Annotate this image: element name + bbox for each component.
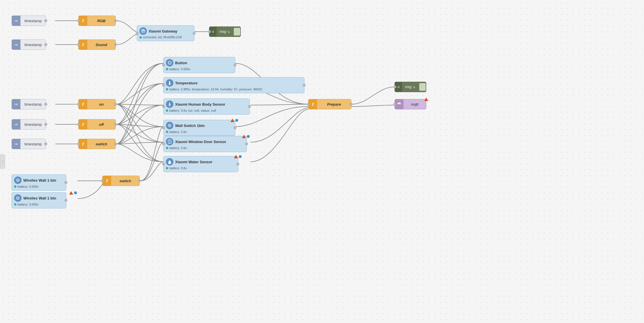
- timestamp-node-3[interactable]: ⇒ timestamp: [12, 99, 46, 109]
- port-right-off[interactable]: [114, 123, 117, 126]
- window-door-status-dot: [166, 147, 168, 149]
- port-left-off[interactable]: [77, 123, 80, 126]
- port-left-wall-switch[interactable]: [162, 126, 165, 129]
- port-left-msg2[interactable]: [393, 86, 396, 88]
- button-sensor-title: Button: [175, 61, 187, 65]
- port-left-switch2[interactable]: [101, 179, 104, 182]
- wireless-wall-2-status-dot: [14, 203, 16, 206]
- wireless-wall-1-title: Wirelles Wall 1 btn: [23, 178, 56, 183]
- port-right-window-door[interactable]: [245, 142, 248, 145]
- window-door-status-text: battery: 3.6v: [169, 146, 187, 150]
- timestamp-node-2[interactable]: ⇒ timestamp: [12, 39, 46, 50]
- temperature-status-dot: [166, 88, 168, 90]
- port-right-wireless-wall-1[interactable]: [65, 181, 67, 184]
- port-right-5[interactable]: [44, 142, 47, 145]
- warn-badge-window-door: [242, 135, 246, 138]
- temperature-title: Temperature: [175, 81, 198, 85]
- human-body-title: Xiaomi Human Body Sensor: [175, 102, 225, 107]
- port-right-human-body[interactable]: [248, 105, 251, 108]
- water-sensor-status-dot: [166, 167, 168, 169]
- sidebar-collapse-button[interactable]: ‹: [0, 154, 5, 169]
- port-left-button[interactable]: [162, 64, 165, 66]
- blue-badge-water: [239, 155, 242, 158]
- wireless-wall-1-node[interactable]: Wirelles Wall 1 btn battery: 3.055v: [12, 174, 66, 191]
- port-right-water[interactable]: [236, 163, 239, 166]
- off-function-node[interactable]: f off: [78, 119, 116, 130]
- msg1-debug-node[interactable]: ≡ msg ↘: [209, 26, 241, 37]
- wall-switch-title: Wall Switch 1btn: [175, 124, 205, 128]
- window-door-title: Xiaomi Window Door Sensor: [175, 140, 226, 144]
- port-left-prepare[interactable]: [307, 103, 310, 106]
- water-sensor-title: Xiaomi Water Sensor: [175, 160, 213, 164]
- port-left-sound[interactable]: [77, 43, 80, 46]
- switch2-function-node[interactable]: f switch: [102, 176, 140, 186]
- port-right-switch1[interactable]: [114, 142, 117, 145]
- window-door-sensor-node[interactable]: Xiaomi Window Door Sensor battery: 3.6v: [163, 136, 247, 152]
- port-left-msg1[interactable]: [208, 30, 211, 33]
- port-right-gateway[interactable]: [193, 32, 196, 35]
- port-right-wireless-wall-2[interactable]: [65, 199, 67, 202]
- on-label: on: [87, 102, 115, 107]
- button-sensor-node[interactable]: Button battery: 3.055v: [163, 57, 235, 73]
- port-left-rgb[interactable]: [77, 19, 80, 22]
- human-body-status-text: battery: 3.6v, lux: null, status: null: [169, 109, 216, 112]
- svg-point-2: [168, 61, 171, 64]
- port-right-2[interactable]: [44, 43, 47, 46]
- switch2-label: switch: [111, 179, 139, 183]
- wall-switch-status-dot: [166, 131, 168, 133]
- port-left-human-body[interactable]: [162, 105, 165, 108]
- human-body-sensor-node[interactable]: Xiaomi Human Body Sensor battery: 3.6v, …: [163, 98, 250, 115]
- port-left-window-door[interactable]: [162, 142, 165, 145]
- wall-switch-node[interactable]: Wall Switch 1btn battery: 3.6v: [163, 120, 235, 136]
- button-sensor-icon: [166, 59, 173, 66]
- sound-label: Sound: [87, 43, 115, 47]
- msg1-label: msg ↘: [217, 30, 233, 34]
- port-right-switch2[interactable]: [138, 179, 141, 182]
- xiaomi-gateway-node[interactable]: Xiaomi Gateway connected, sid: 34ce008c1…: [137, 25, 194, 41]
- port-right-prepare[interactable]: [350, 103, 353, 106]
- wireless-wall-2-icon: [14, 194, 22, 202]
- port-left-on[interactable]: [77, 103, 80, 106]
- port-right-1[interactable]: [44, 19, 47, 22]
- wireless-wall-1-status-dot: [14, 185, 16, 188]
- port-left-gateway[interactable]: [136, 32, 139, 35]
- timestamp-label-2: timestamp: [20, 43, 46, 47]
- port-right-sound[interactable]: [114, 43, 117, 46]
- wireless-wall-2-node[interactable]: Wirelles Wall 1 btn battery: 3.055v: [12, 192, 66, 208]
- port-right-rgb[interactable]: [114, 19, 117, 22]
- port-left-mqtt[interactable]: [393, 103, 396, 106]
- water-icon: [166, 158, 173, 166]
- mqtt-node[interactable]: mqtt: [395, 99, 426, 109]
- mqtt-label: mqtt: [404, 102, 426, 107]
- svg-line-10: [170, 105, 171, 106]
- msg2-label: msg ↘: [402, 85, 418, 89]
- rgb-function-node[interactable]: f RGB: [78, 16, 116, 26]
- sound-function-node[interactable]: f Sound: [78, 39, 116, 50]
- timestamp-icon-5: ⇒: [12, 139, 20, 149]
- timestamp-icon-1: ⇒: [12, 16, 20, 26]
- port-left-water[interactable]: [162, 163, 165, 166]
- warn-badge-wireless-wall-2: [69, 191, 73, 195]
- timestamp-node-4[interactable]: ⇒ timestamp: [12, 119, 46, 130]
- water-sensor-node[interactable]: Xiaomi Water Sensor battery: 3.6v: [163, 156, 238, 172]
- svg-point-1: [143, 31, 144, 32]
- msg2-toggle-btn[interactable]: [419, 83, 426, 91]
- mqtt-warn-badge: [424, 98, 428, 102]
- port-right-on[interactable]: [114, 103, 117, 106]
- switch1-function-node[interactable]: f switch: [78, 139, 116, 149]
- port-right-button[interactable]: [234, 64, 236, 66]
- timestamp-node-1[interactable]: ⇒ timestamp: [12, 16, 46, 26]
- port-left-temperature[interactable]: [162, 84, 165, 87]
- prepare-function-node[interactable]: f Prepare: [308, 99, 351, 109]
- temperature-sensor-node[interactable]: Temperature battery: 2.885v, temperature…: [163, 77, 304, 93]
- msg1-toggle-btn[interactable]: [234, 28, 240, 36]
- port-right-wall-switch[interactable]: [234, 126, 236, 129]
- on-function-node[interactable]: f on: [78, 99, 116, 109]
- msg2-debug-node[interactable]: ≡ msg ↘: [395, 82, 426, 92]
- wall-switch-status-text: battery: 3.6v: [169, 130, 187, 134]
- timestamp-node-5[interactable]: ⇒ timestamp: [12, 139, 46, 149]
- port-left-switch1[interactable]: [77, 142, 80, 145]
- port-right-temperature[interactable]: [303, 84, 306, 87]
- port-right-3[interactable]: [44, 103, 47, 106]
- port-right-4[interactable]: [44, 123, 47, 126]
